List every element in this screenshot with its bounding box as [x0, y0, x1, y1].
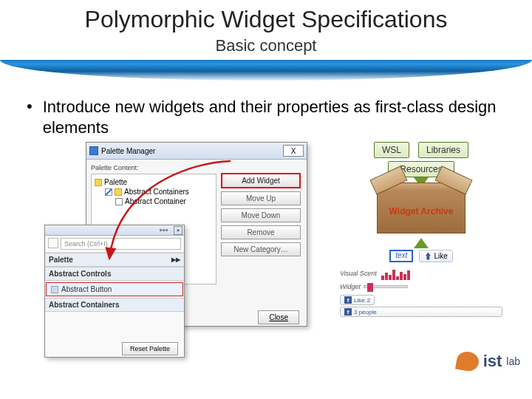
- decorative-band: [0, 60, 532, 81]
- logo-lab: lab: [506, 355, 520, 367]
- like-label: Like: [434, 252, 447, 260]
- visual-scent-bars: [381, 267, 502, 280]
- fb-like-label: Like: [354, 297, 365, 304]
- palette-panel: × Search (Ctrl+I) Palette ▶▶ Abstract Co…: [44, 225, 185, 358]
- close-icon[interactable]: ×: [174, 226, 183, 235]
- widget-icon: [51, 286, 58, 293]
- section-palette[interactable]: Palette ▶▶: [45, 253, 184, 267]
- arch-box-wsl: WSL: [374, 142, 409, 158]
- folder-icon: [115, 188, 122, 196]
- dialog-title: Palette Manager: [101, 147, 155, 155]
- slider-track[interactable]: [364, 285, 408, 288]
- search-input[interactable]: Search (Ctrl+I): [61, 238, 181, 250]
- add-widget-button[interactable]: Add Widget: [221, 173, 301, 188]
- archive-box-label: Widget Archive: [389, 206, 454, 216]
- move-up-button[interactable]: Move Up: [221, 191, 301, 205]
- arrow-up-icon: [414, 238, 429, 248]
- widget-slider: Widget: [340, 283, 502, 290]
- slide-header: Polymorphic Widget Specifications Basic …: [0, 0, 532, 58]
- close-button[interactable]: Close: [258, 310, 299, 324]
- reset-palette-button[interactable]: Reset Palette: [122, 342, 178, 355]
- slide-subtitle: Basic concept: [0, 36, 532, 55]
- fb-like-count: 2: [367, 297, 370, 304]
- dialog-titlebar[interactable]: Palette Manager X: [86, 143, 307, 160]
- list-item-label: Abstract Button: [61, 285, 112, 293]
- tree-root: Palette: [104, 178, 127, 186]
- logo-ist: ist: [483, 352, 502, 371]
- checkbox-icon[interactable]: [115, 198, 123, 205]
- search-icon: [48, 238, 58, 248]
- bullet-text: Introduce new widgets and their properti…: [43, 97, 505, 137]
- facebook-icon: f: [344, 308, 352, 316]
- visual-scent-widget: Visual Scent: [340, 270, 377, 277]
- app-icon: [89, 146, 98, 155]
- section-abstract-containers[interactable]: Abstract Containers: [45, 298, 184, 312]
- fb-people-label: 3 people: [354, 309, 377, 316]
- tree-group: Abstract Containers: [124, 188, 189, 196]
- close-icon[interactable]: X: [283, 145, 304, 157]
- arch-box-libraries: Libraries: [418, 142, 468, 158]
- logo-blob-icon: [455, 350, 480, 373]
- facebook-like-pill[interactable]: f Like 2: [340, 295, 375, 305]
- bullet-marker: •: [27, 97, 33, 137]
- section-label: Palette: [49, 256, 73, 264]
- thumb-up-icon: [424, 253, 432, 260]
- like-button[interactable]: Like: [419, 250, 452, 262]
- chevron-icon: ▶▶: [171, 256, 180, 263]
- visual-scent-label: Visual Scent: [340, 270, 377, 277]
- move-down-button[interactable]: Move Down: [221, 208, 301, 222]
- panel-titlebar[interactable]: ×: [45, 225, 184, 236]
- facebook-people-pill[interactable]: f 3 people: [340, 307, 502, 317]
- folder-icon: [95, 179, 102, 186]
- section-abstract-controls[interactable]: Abstract Controls: [45, 267, 184, 281]
- drag-dots-icon: [160, 229, 168, 231]
- section-label: Abstract Containers: [49, 301, 120, 309]
- archive-box: Widget Archive: [377, 189, 466, 233]
- palette-content-label: Palette Content:: [91, 164, 216, 171]
- tree-item: Abstract Container: [125, 197, 186, 205]
- slider-knob[interactable]: [367, 283, 373, 292]
- slider-label: Widget: [340, 283, 361, 290]
- new-category-button[interactable]: New Category…: [221, 242, 301, 256]
- istlab-logo: istlab: [457, 352, 520, 371]
- figure-area: Palette Manager X Palette Content: Palet…: [0, 142, 532, 378]
- bullet-row: • Introduce new widgets and their proper…: [0, 81, 532, 137]
- remove-button[interactable]: Remove: [221, 225, 301, 239]
- list-item-abstract-button[interactable]: Abstract Button: [46, 282, 183, 296]
- slide-title: Polymorphic Widget Specifications: [0, 6, 532, 33]
- section-label: Abstract Controls: [49, 270, 111, 278]
- checkbox-icon[interactable]: [105, 188, 112, 196]
- widget-archive-diagram: WSL Libraries Resources Widget Archive t…: [340, 142, 502, 317]
- facebook-icon: f: [344, 296, 352, 304]
- sample-widget-text: text: [389, 250, 413, 262]
